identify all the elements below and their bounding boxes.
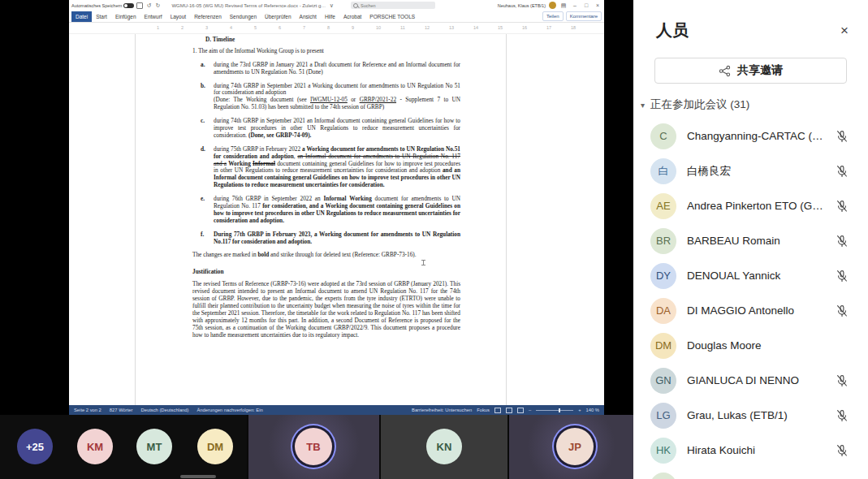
web-layout-icon[interactable] <box>517 408 524 413</box>
maximize-icon[interactable]: □ <box>582 2 590 8</box>
participant-avatar <box>650 473 676 479</box>
participant-name: GIANLUCA DI NENNO <box>687 374 825 386</box>
zoom-slider[interactable] <box>536 410 573 411</box>
ruler-mark-6: 6 <box>279 25 281 30</box>
mic-muted-icon[interactable] <box>836 304 849 317</box>
list-label: c. <box>201 118 205 125</box>
participant-row-denoual-yannick[interactable]: DY DENOUAL Yannick <box>633 258 868 293</box>
tab-einf-gen[interactable]: Einfügen <box>111 11 140 22</box>
meeting-screen: Automatisches Speichern ↺ ↻ WGMU-16-05 (… <box>0 0 868 479</box>
ruler-mark-9: 9 <box>352 25 354 30</box>
tab-datei[interactable]: Datei <box>71 11 92 22</box>
redo-icon[interactable]: ↻ <box>154 2 161 8</box>
filmstrip-avatar-jp[interactable]: JP <box>556 428 594 465</box>
zoom-out-icon[interactable]: – <box>529 408 531 412</box>
participant-row-hirata-kouichi[interactable]: HK Hirata Kouichi <box>633 433 868 468</box>
mic-muted-icon[interactable] <box>836 444 849 457</box>
zoom-slider-handle[interactable] <box>559 408 560 412</box>
kommentare-button[interactable]: Kommentare <box>566 11 602 21</box>
doc-item-f: f.During 77th GRBP in February 2023, a W… <box>214 231 460 246</box>
account-avatar[interactable] <box>549 2 556 9</box>
teilen-button[interactable]: Teilen <box>542 11 564 21</box>
scrollbar-thumb[interactable] <box>180 475 216 478</box>
document-canvas[interactable]: D. Timeline1. The aim of the Informal Wo… <box>69 34 604 405</box>
participant-row-barbeau-romain[interactable]: BR BARBEAU Romain <box>633 223 868 258</box>
tab-porsche-tools[interactable]: PORSCHE TOOLS <box>365 11 419 22</box>
tab-ansicht[interactable]: Ansicht <box>296 11 321 22</box>
list-label: d. <box>201 146 205 153</box>
mic-muted-icon[interactable] <box>836 270 849 283</box>
participant-row-changyanning-cartac-来宾[interactable]: C Changyanning-CARTAC (来宾) <box>633 119 868 153</box>
collapse-icon[interactable]: ▾ <box>641 101 645 110</box>
participant-avatar: LG <box>650 403 676 429</box>
tab-sendungen[interactable]: Sendungen <box>226 11 261 22</box>
window-close-icon[interactable]: × <box>594 2 602 8</box>
tab-berpr-fen[interactable]: Überprüfen <box>261 11 296 22</box>
participant-row-gianluca-di-nenno[interactable]: GN GIANLUCA DI NENNO <box>633 363 868 398</box>
status-827-w-rter[interactable]: 827 Wörter <box>110 408 133 412</box>
ribbon-options-icon[interactable]: ▤ <box>559 2 568 9</box>
accessibility-status[interactable]: Barrierefreiheit: Untersuchen <box>412 408 472 412</box>
minimize-icon[interactable]: – <box>571 2 579 8</box>
autosave-toggle[interactable] <box>123 3 134 8</box>
participant-name: Douglas Moore <box>687 339 825 352</box>
text-cursor-ibeam <box>423 260 424 265</box>
doc-item-d: d.during 75th GRBP in February 2022 a Wo… <box>214 146 460 189</box>
tab-acrobat[interactable]: Acrobat <box>339 11 365 22</box>
tab-layout[interactable]: Layout <box>166 11 191 22</box>
tab-entwurf[interactable]: Entwurf <box>140 11 166 22</box>
filmstrip-avatar-dm[interactable]: DM <box>197 429 233 464</box>
document-title: WGMU-16-05 (WG MU) Revised Terms of Refe… <box>171 3 326 8</box>
participant-avatar: BR <box>650 228 676 254</box>
zoom-in-icon[interactable]: + <box>578 408 581 412</box>
tab-hilfe[interactable]: Hilfe <box>321 11 339 22</box>
participant-row-andrea-pinkerton-eto-gast[interactable]: AE Andrea Pinkerton ETO (Gast)... <box>633 188 868 223</box>
search-input[interactable] <box>361 3 425 8</box>
participant-row-douglas-moore[interactable]: DM Douglas Moore <box>633 328 868 363</box>
filmstrip-avatar-tb[interactable]: TB <box>295 428 332 465</box>
status-nderungen-nachverfolgen-ein[interactable]: Änderungen nachverfolgen: Ein <box>197 408 263 412</box>
list-label: f. <box>201 231 204 239</box>
ruler-mark-11: 11 <box>400 25 405 30</box>
mic-muted-icon[interactable] <box>836 200 849 213</box>
participant-name: DI MAGGIO Antonello <box>687 304 825 317</box>
print-layout-icon[interactable] <box>506 408 512 413</box>
mic-muted-icon[interactable] <box>836 130 849 143</box>
filmstrip-avatar-mt[interactable]: MT <box>136 429 172 464</box>
share-invite-label: 共享邀请 <box>737 63 783 78</box>
title-dropdown-icon[interactable]: ∨ <box>328 2 335 8</box>
status-deutsch-deutschland[interactable]: Deutsch (Deutschland) <box>141 408 189 412</box>
filmstrip-avatar-km[interactable]: KM <box>77 429 113 464</box>
autosave-control[interactable]: Automatisches Speichern <box>71 3 134 8</box>
filmstrip-avatar-25[interactable]: +25 <box>17 429 53 464</box>
focus-mode-button[interactable]: Fokus <box>477 408 490 412</box>
participant-list: C Changyanning-CARTAC (来宾) 白 白橋良宏 <box>633 119 868 479</box>
tab-start[interactable]: Start <box>92 11 111 22</box>
doc-para-justification: The revised Terms of Reference (GRBP-73-… <box>192 281 460 339</box>
filmstrip-avatar-kn[interactable]: KN <box>426 429 462 464</box>
ruler-mark-16: 16 <box>522 25 527 30</box>
mic-muted-icon[interactable] <box>836 374 849 387</box>
section-in-meeting[interactable]: ▾ 正在参加此会议 (31) <box>633 84 868 112</box>
tab-referenzen[interactable]: Referenzen <box>190 11 226 22</box>
share-invite-button[interactable]: 共享邀请 <box>654 58 847 84</box>
undo-icon[interactable]: ↺ <box>145 2 152 8</box>
participant-row-item[interactable] <box>633 468 868 479</box>
list-label: b. <box>201 83 205 90</box>
word-titlebar: Automatisches Speichern ↺ ↻ WGMU-16-05 (… <box>69 0 604 11</box>
close-icon[interactable]: × <box>840 24 849 37</box>
status-seite-2-von-2[interactable]: Seite 2 von 2 <box>74 408 101 412</box>
participant-row-di-maggio-antonello[interactable]: DA DI MAGGIO Antonello <box>633 293 868 328</box>
zoom-level[interactable]: 140 % <box>586 408 599 412</box>
ruler: 123456789101112131415161718 <box>69 23 604 34</box>
participant-name: Changyanning-CARTAC (来宾) <box>687 129 825 144</box>
mic-muted-icon[interactable] <box>836 409 849 422</box>
ruler-mark-18: 18 <box>571 25 576 30</box>
mic-muted-icon[interactable] <box>836 165 849 178</box>
search-box[interactable] <box>351 2 435 9</box>
participant-row-白橋良宏[interactable]: 白 白橋良宏 <box>633 153 868 188</box>
save-icon[interactable] <box>136 2 143 9</box>
read-mode-icon[interactable] <box>494 408 501 413</box>
mic-muted-icon[interactable] <box>836 235 849 248</box>
participant-row-grau-lukas-etb-1[interactable]: LG Grau, Lukas (ETB/1) <box>633 398 868 433</box>
